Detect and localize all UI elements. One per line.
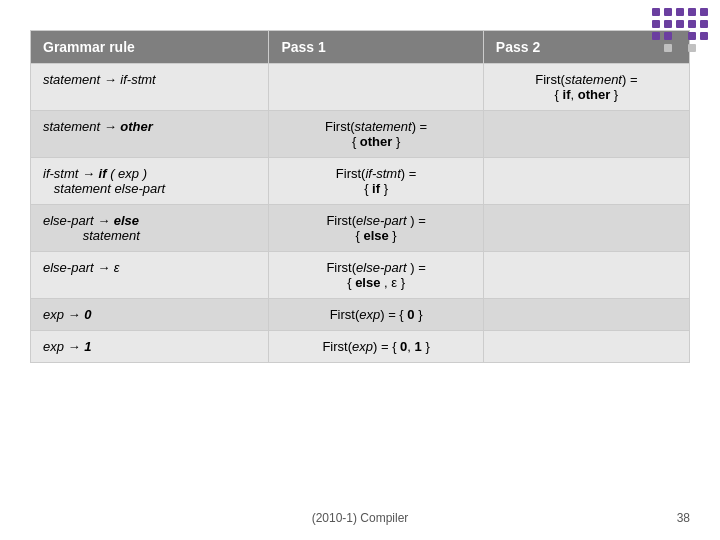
- pass1-cell: First(exp) = { 0, 1 }: [269, 331, 483, 363]
- table-row: statement → other First(statement) ={ ot…: [31, 111, 690, 158]
- pass2-cell: [483, 252, 689, 299]
- table-row: else-part → ε First(else-part ) ={ else …: [31, 252, 690, 299]
- rule-cell: statement → other: [31, 111, 269, 158]
- pass2-cell: [483, 331, 689, 363]
- footer-label: (2010-1) Compiler: [0, 511, 720, 525]
- rule-text: exp → 0: [43, 307, 91, 322]
- pass2-cell: [483, 111, 689, 158]
- pass1-cell: First(exp) = { 0 }: [269, 299, 483, 331]
- rule-cell: exp → 0: [31, 299, 269, 331]
- rule-cell: if-stmt → if ( exp ) statement else-part: [31, 158, 269, 205]
- table-row: exp → 1 First(exp) = { 0, 1 }: [31, 331, 690, 363]
- col-header-pass1: Pass 1: [269, 31, 483, 64]
- rule-cell: exp → 1: [31, 331, 269, 363]
- pass2-cell: [483, 158, 689, 205]
- rule-text: else-part → else statement: [43, 213, 140, 243]
- table-row: else-part → else statement First(else-pa…: [31, 205, 690, 252]
- rule-text: else-part → ε: [43, 260, 119, 275]
- rule-text: if-stmt → if ( exp ) statement else-part: [43, 166, 165, 196]
- page: Grammar rule Pass 1 Pass 2 statement → i…: [0, 0, 720, 540]
- table-row: if-stmt → if ( exp ) statement else-part…: [31, 158, 690, 205]
- table-row: exp → 0 First(exp) = { 0 }: [31, 299, 690, 331]
- grammar-table: Grammar rule Pass 1 Pass 2 statement → i…: [30, 30, 690, 363]
- pass2-cell: [483, 299, 689, 331]
- decoration-dots: [652, 8, 710, 54]
- rule-text: statement → other: [43, 119, 153, 134]
- pass1-cell: First(statement) ={ other }: [269, 111, 483, 158]
- col-header-grammar: Grammar rule: [31, 31, 269, 64]
- pass1-cell: First(else-part ) ={ else }: [269, 205, 483, 252]
- rule-cell: statement → if-stmt: [31, 64, 269, 111]
- pass1-cell: First(else-part ) ={ else , ε }: [269, 252, 483, 299]
- pass1-cell: [269, 64, 483, 111]
- pass2-cell: [483, 205, 689, 252]
- rule-cell: else-part → else statement: [31, 205, 269, 252]
- rule-cell: else-part → ε: [31, 252, 269, 299]
- rule-text: statement → if-stmt: [43, 72, 156, 87]
- page-number: 38: [677, 511, 690, 525]
- rule-text: exp → 1: [43, 339, 91, 354]
- pass2-cell: First(statement) ={ if, other }: [483, 64, 689, 111]
- pass1-cell: First(if-stmt) ={ if }: [269, 158, 483, 205]
- table-row: statement → if-stmt First(statement) ={ …: [31, 64, 690, 111]
